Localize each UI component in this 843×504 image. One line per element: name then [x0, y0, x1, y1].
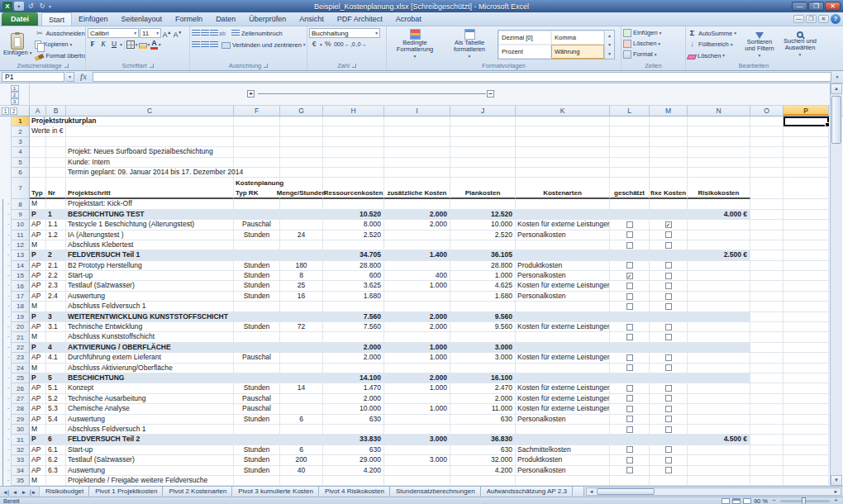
cell-G33[interactable]: 200	[280, 455, 323, 465]
scroll-right-icon[interactable]: ►	[831, 489, 841, 494]
ribbon-tab-start[interactable]: Start	[41, 12, 72, 26]
align-right-icon[interactable]	[210, 41, 218, 48]
geschaetzt-checkbox-row-33[interactable]	[626, 457, 633, 464]
cell-K13[interactable]	[516, 250, 610, 260]
cell-K23[interactable]: Kosten für externe Leistungen	[516, 353, 610, 363]
zoom-in-icon[interactable]: +	[832, 497, 840, 504]
row-header-24[interactable]: 24	[12, 364, 30, 373]
cell-A16[interactable]: AP	[30, 281, 46, 291]
cell-G23[interactable]	[280, 353, 323, 363]
cell-G11[interactable]: 24	[280, 231, 323, 240]
font-size-select[interactable]: 11▾	[140, 28, 161, 38]
cell-P28[interactable]	[783, 404, 829, 414]
cell-A18[interactable]: M	[30, 302, 46, 311]
cell-B35[interactable]	[46, 476, 66, 486]
cell-I18[interactable]	[384, 302, 450, 311]
italic-button[interactable]: K	[98, 40, 108, 50]
fixe-kosten-checkbox-row-29[interactable]	[665, 416, 672, 422]
geschaetzt-checkbox-row-24[interactable]	[626, 364, 633, 371]
cell-O25[interactable]	[750, 373, 783, 383]
format-as-table-button[interactable]: Als Tabelle formatieren▾	[443, 27, 496, 61]
cell-H14[interactable]: 28.800	[323, 261, 384, 271]
cell-N33[interactable]	[688, 455, 750, 465]
formula-input[interactable]	[93, 72, 831, 82]
row-header-33[interactable]: 33	[12, 455, 30, 465]
cell-C21[interactable]: Abschluss Kunststoffschicht	[66, 332, 234, 342]
cell-J20[interactable]: 9.560	[450, 322, 516, 332]
column-header-I[interactable]: I	[384, 106, 450, 116]
cell-C12[interactable]: Abschluss Klebertest	[66, 240, 234, 250]
row-header-2[interactable]: 2	[12, 126, 30, 136]
align-top-icon[interactable]	[192, 30, 200, 36]
cell-M19[interactable]	[650, 312, 688, 322]
cell-I29[interactable]	[384, 415, 450, 425]
cell-L33[interactable]	[610, 455, 650, 465]
cell-J11[interactable]: 2.520	[450, 231, 516, 240]
row-header-6[interactable]: 6	[12, 168, 30, 178]
cell-G6[interactable]	[280, 168, 323, 178]
geschaetzt-checkbox-row-34[interactable]	[626, 467, 633, 473]
cell-A10[interactable]: AP	[30, 220, 46, 230]
cell-F33[interactable]: Stunden	[234, 455, 280, 465]
cell-H13[interactable]: 34.705	[323, 250, 384, 260]
cell-C28[interactable]: Chemische Analyse	[66, 404, 234, 414]
cell-B33[interactable]: 6.2	[46, 455, 66, 465]
cell-O13[interactable]	[750, 250, 783, 260]
font-color-icon[interactable]: A	[150, 40, 158, 50]
cell-L30[interactable]	[610, 425, 650, 435]
cell-M35[interactable]	[650, 476, 688, 486]
cell-P35[interactable]	[783, 476, 829, 486]
cell-M1[interactable]	[650, 116, 688, 126]
cell-O15[interactable]	[750, 271, 783, 281]
cell-A3[interactable]	[30, 137, 46, 147]
geschaetzt-checkbox-row-29[interactable]	[626, 416, 633, 422]
cell-F25[interactable]	[234, 373, 280, 383]
cell-L6[interactable]	[610, 168, 650, 178]
cell-B20[interactable]: 3.1	[46, 322, 66, 332]
cell-A20[interactable]: AP	[30, 322, 46, 332]
cell-A22[interactable]: P	[30, 343, 46, 353]
cell-J17[interactable]: 1.680	[450, 292, 516, 302]
cell-N16[interactable]	[688, 281, 750, 291]
cell-O6[interactable]	[750, 168, 783, 178]
cell-P33[interactable]	[783, 455, 829, 465]
cell-K24[interactable]	[516, 364, 610, 373]
cell-B31[interactable]: 6	[46, 435, 66, 445]
cell-H26[interactable]: 1.470	[323, 383, 384, 393]
cell-H19[interactable]: 7.560	[323, 312, 384, 322]
cell-B26[interactable]: 5.1	[46, 383, 66, 393]
cell-G26[interactable]: 14	[280, 383, 323, 393]
cell-O31[interactable]	[750, 435, 783, 445]
cell-M2[interactable]	[650, 126, 688, 136]
cell-G15[interactable]: 8	[280, 271, 323, 281]
fixe-kosten-checkbox-row-24[interactable]	[665, 364, 672, 371]
cell-G24[interactable]	[280, 364, 323, 373]
cell-N29[interactable]	[688, 415, 750, 425]
cell-P18[interactable]	[783, 302, 829, 311]
cell-C35[interactable]: Projektende / Freigabe weitere Feldversu…	[66, 476, 234, 486]
cell-A24[interactable]: M	[30, 364, 46, 373]
cell-L17[interactable]	[610, 292, 650, 302]
cell-I2[interactable]	[384, 126, 450, 136]
cell-J32[interactable]: 630	[450, 445, 516, 455]
row-header-19[interactable]: 19	[12, 312, 30, 322]
cell-I5[interactable]	[384, 158, 450, 168]
cell-G28[interactable]	[280, 404, 323, 414]
cell-C18[interactable]: Abschluss Feldversuch 1	[66, 302, 234, 311]
cell-F5[interactable]	[234, 158, 280, 168]
cell-B18[interactable]	[46, 302, 66, 311]
cell-A33[interactable]: AP	[30, 455, 46, 465]
cell-H8[interactable]	[323, 199, 384, 209]
cell-M13[interactable]	[650, 250, 688, 260]
cell-O26[interactable]	[750, 383, 783, 393]
cell-style-prozent[interactable]: Prozent	[498, 45, 551, 59]
cell-G1[interactable]	[280, 116, 323, 126]
cell-O4[interactable]	[750, 147, 783, 157]
cell-C13[interactable]: FELDVERSUCH Teil 1	[66, 250, 234, 260]
cell-L29[interactable]	[610, 415, 650, 425]
dialog-launcher-icon[interactable]	[264, 64, 268, 68]
cell-C16[interactable]: Testlauf (Salzwasser)	[66, 281, 234, 291]
cell-F13[interactable]	[234, 250, 280, 260]
cell-N3[interactable]	[688, 137, 750, 147]
last-sheet-icon[interactable]: |►	[29, 489, 37, 495]
